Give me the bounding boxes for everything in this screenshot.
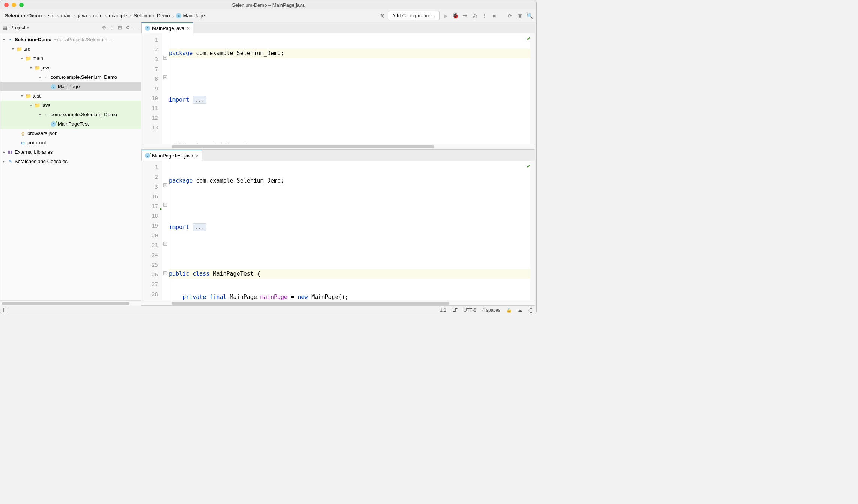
tree-java-test[interactable]: ▾ 📁 java bbox=[0, 100, 141, 110]
attach-icon[interactable]: ⋮ bbox=[481, 12, 488, 20]
close-icon[interactable] bbox=[4, 3, 9, 7]
project-icon: ▤ bbox=[3, 25, 8, 30]
code-area-bottom[interactable]: 1 2 3 16 17 18 19 20 21 24 25 26 27 28 bbox=[141, 161, 535, 300]
code-bottom[interactable]: package com.example.Selenium_Demo; impor… bbox=[169, 161, 530, 300]
class-icon: c● bbox=[145, 153, 150, 158]
tool-window-icon[interactable] bbox=[3, 308, 8, 312]
sync-status-icon[interactable]: ☁ bbox=[518, 308, 522, 313]
fold-rail-top: + − bbox=[162, 33, 169, 144]
editor-top-hscroll[interactable] bbox=[141, 144, 535, 149]
fold-class-icon[interactable]: − bbox=[163, 203, 167, 207]
zoom-icon[interactable] bbox=[19, 3, 24, 7]
editor-bottom-hscroll[interactable] bbox=[141, 300, 535, 305]
close-tab-icon[interactable]: × bbox=[196, 153, 199, 159]
class-icon: c bbox=[145, 26, 150, 31]
editor-mainpage: c MainPage.java × 1 2 3 7 8 9 10 11 bbox=[141, 22, 535, 150]
cursor-position[interactable]: 1:1 bbox=[440, 308, 446, 313]
editor-tabs-top: c MainPage.java × bbox=[141, 22, 535, 33]
code-area-top[interactable]: 1 2 3 7 8 9 10 11 12 13 + − bbox=[141, 33, 535, 144]
line-separator[interactable]: LF bbox=[452, 308, 458, 313]
profile-icon[interactable]: ◴ bbox=[471, 12, 479, 20]
tree-main[interactable]: ▾ 📁 main bbox=[0, 54, 141, 63]
fold-class-icon[interactable]: − bbox=[163, 75, 167, 79]
maven-icon: m bbox=[20, 140, 26, 146]
class-icon: c bbox=[51, 84, 56, 89]
check-icon[interactable]: ✔ bbox=[527, 163, 531, 169]
right-rail bbox=[535, 22, 536, 306]
gear-icon[interactable]: ⚙ bbox=[126, 25, 130, 30]
tree-browsers-json[interactable]: {} browsers.json bbox=[0, 129, 141, 138]
run-icon[interactable]: ▶ bbox=[442, 12, 449, 20]
divider-icon[interactable]: ⊟ bbox=[118, 25, 122, 30]
chevron-icon: › bbox=[104, 12, 107, 19]
tree-pom-xml[interactable]: m pom.xml bbox=[0, 138, 141, 147]
crumb-src[interactable]: src bbox=[47, 13, 56, 18]
folder-icon: 📁 bbox=[25, 93, 31, 99]
notifications-icon[interactable]: ◯ bbox=[528, 308, 533, 313]
tree-scratches[interactable]: ▸ ✎ Scratches and Consoles bbox=[0, 157, 141, 166]
class-icon: c● bbox=[51, 122, 56, 127]
fold-import-icon[interactable]: + bbox=[163, 183, 167, 187]
close-tab-icon[interactable]: × bbox=[187, 26, 190, 31]
build-icon[interactable]: ⚒ bbox=[378, 12, 386, 20]
code-top[interactable]: package com.example.Selenium_Demo; impor… bbox=[169, 33, 530, 144]
navbar: Selenium-Demo › src › main › java › com … bbox=[0, 9, 536, 22]
tree-java-main[interactable]: ▾ 📁 java bbox=[0, 63, 141, 72]
sidebar-title[interactable]: Project bbox=[10, 25, 25, 30]
fold-import-icon[interactable]: + bbox=[163, 56, 167, 60]
tree-pkg-main[interactable]: ▾ ▫ com.example.Selenium_Demo bbox=[0, 72, 141, 82]
hide-icon[interactable]: — bbox=[134, 25, 139, 30]
breadcrumbs: Selenium-Demo › src › main › java › com … bbox=[3, 12, 206, 19]
stop-icon[interactable]: ■ bbox=[491, 12, 498, 20]
sidebar-toolbar: ⊕ ≑ ⊟ ⚙ — bbox=[102, 25, 139, 30]
tab-mainpage[interactable]: c MainPage.java × bbox=[141, 22, 193, 33]
sidebar-header: ▤ Project ▾ ⊕ ≑ ⊟ ⚙ — bbox=[0, 22, 141, 33]
config-icon[interactable]: ▣ bbox=[516, 12, 524, 20]
encoding[interactable]: UTF-8 bbox=[464, 308, 476, 313]
folder-icon: 📁 bbox=[25, 56, 31, 62]
crumb-project[interactable]: Selenium-Demo bbox=[3, 13, 43, 18]
tree-root[interactable]: ▾ ▪ Selenium-Demo ~/IdeaProjects/Seleniu… bbox=[0, 35, 141, 44]
indent[interactable]: 4 spaces bbox=[482, 308, 500, 313]
target-icon[interactable]: ⊕ bbox=[102, 25, 106, 30]
fold-method-icon[interactable]: − bbox=[163, 242, 167, 246]
crumb-pkg[interactable]: Selenium_Demo bbox=[132, 13, 171, 18]
crumb-file[interactable]: cMainPage bbox=[175, 13, 206, 19]
editor-tabs-bottom: c● MainPageTest.java × bbox=[141, 150, 535, 161]
ide-window: Selenium-Demo – MainPage.java Selenium-D… bbox=[0, 0, 537, 314]
tree-mainpage[interactable]: c MainPage bbox=[0, 82, 141, 91]
coverage-icon[interactable]: ⮕ bbox=[461, 12, 469, 20]
add-config-button[interactable]: Add Configuration... bbox=[388, 11, 440, 20]
fold-method-icon[interactable]: − bbox=[163, 271, 167, 275]
tab-mainpagetest[interactable]: c● MainPageTest.java × bbox=[141, 150, 202, 161]
library-icon: ▮▮ bbox=[7, 149, 13, 155]
fold-rail-bottom: + − − − bbox=[162, 161, 169, 300]
tree-test[interactable]: ▾ 📁 test bbox=[0, 91, 141, 100]
crumb-com[interactable]: com bbox=[92, 13, 104, 18]
tree-mainpagetest[interactable]: c● MainPageTest bbox=[0, 119, 141, 129]
crumb-example[interactable]: example bbox=[107, 13, 129, 18]
window-controls bbox=[4, 3, 24, 7]
vscroll-top[interactable] bbox=[530, 33, 535, 144]
check-icon[interactable]: ✔ bbox=[527, 36, 531, 42]
crumb-main[interactable]: main bbox=[60, 13, 73, 18]
minimize-icon[interactable] bbox=[12, 3, 16, 7]
search-icon[interactable]: 🔍 bbox=[526, 12, 533, 20]
project-tree[interactable]: ▾ ▪ Selenium-Demo ~/IdeaProjects/Seleniu… bbox=[0, 33, 141, 300]
class-icon: c bbox=[176, 13, 181, 18]
tree-src[interactable]: ▾ 📁 src bbox=[0, 44, 141, 54]
tree-pkg-test[interactable]: ▾ ▫ com.example.Selenium_Demo bbox=[0, 110, 141, 119]
navbar-right: ⚒ Add Configuration... ▶ 🐞 ⮕ ◴ ⋮ ■ ⟳ ▣ 🔍 bbox=[378, 11, 533, 20]
dropdown-icon[interactable]: ▾ bbox=[27, 25, 29, 30]
gutter-top: 1 2 3 7 8 9 10 11 12 13 bbox=[141, 33, 162, 144]
lock-icon[interactable]: 🔓 bbox=[506, 308, 512, 313]
crumb-java[interactable]: java bbox=[77, 13, 89, 18]
editor-mainpagetest: c● MainPageTest.java × 1 2 3 16 17 18 19 bbox=[141, 150, 535, 306]
editor-area: c MainPage.java × 1 2 3 7 8 9 10 11 bbox=[141, 22, 535, 306]
expand-icon[interactable]: ≑ bbox=[110, 25, 114, 30]
debug-icon[interactable]: 🐞 bbox=[452, 12, 459, 20]
tree-external-libraries[interactable]: ▸ ▮▮ External Libraries bbox=[0, 147, 141, 157]
vscroll-bottom[interactable] bbox=[530, 161, 535, 300]
sync-icon[interactable]: ⟳ bbox=[506, 12, 514, 20]
sidebar-hscroll[interactable] bbox=[0, 300, 141, 306]
